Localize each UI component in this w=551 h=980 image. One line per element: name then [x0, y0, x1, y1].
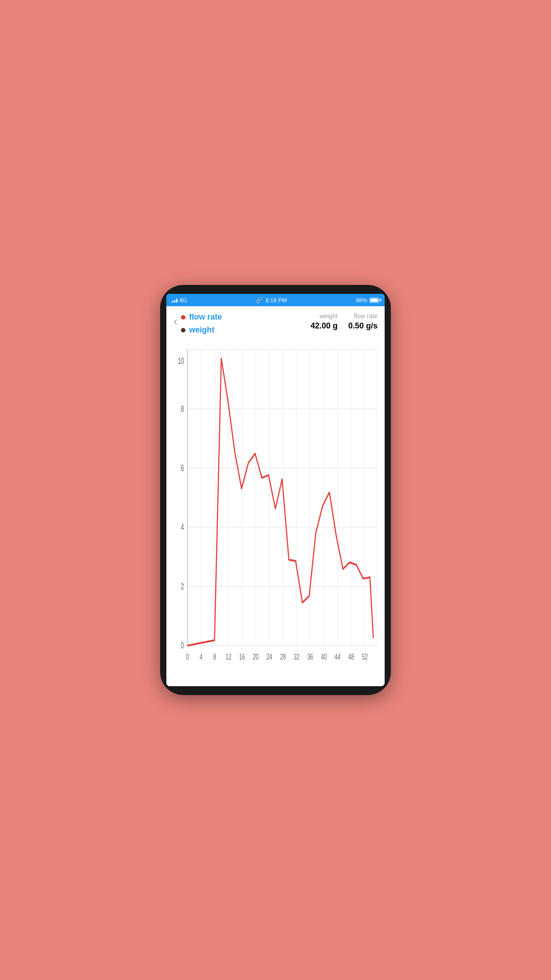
weight-dot [181, 328, 185, 332]
weight-value: 42.00 g [307, 321, 338, 331]
signal-bar-3 [176, 299, 177, 303]
stats-headers: weight flow rate [307, 312, 378, 320]
svg-text:4: 4 [181, 522, 184, 532]
svg-text:16: 16 [239, 652, 245, 661]
wifi-icon: 🔗 [256, 297, 263, 304]
svg-text:8: 8 [213, 652, 216, 661]
legend-and-stats: ‹ flow rate weight [173, 312, 378, 335]
svg-text:6: 6 [181, 462, 184, 473]
status-bar: 4G 🔗 8:18 PM 98% [166, 294, 385, 306]
svg-text:28: 28 [280, 652, 286, 661]
battery-icon [370, 298, 379, 303]
stats-values: 42.00 g 0.50 g/s [307, 321, 378, 331]
status-center: 🔗 8:18 PM [256, 297, 287, 304]
svg-text:40: 40 [321, 652, 327, 661]
svg-text:32: 32 [294, 652, 299, 661]
chart-svg: 0 2 4 6 8 10 0 4 8 12 16 20 24 28 32 [170, 343, 381, 681]
svg-text:36: 36 [307, 652, 313, 661]
network-type: 4G [179, 297, 187, 304]
battery-fill [370, 299, 378, 302]
weight-label: weight [189, 325, 214, 335]
legend-item-weight: weight [181, 325, 307, 335]
header-area: ‹ flow rate weight [166, 306, 385, 338]
legend-item-flowrate: flow rate [181, 312, 307, 322]
svg-text:12: 12 [225, 652, 231, 661]
svg-text:4: 4 [200, 652, 203, 661]
svg-text:24: 24 [266, 652, 272, 661]
stats-section: weight flow rate 42.00 g 0.50 g/s [307, 312, 378, 331]
svg-text:20: 20 [253, 652, 259, 661]
svg-text:44: 44 [335, 652, 340, 661]
signal-bars-icon [172, 297, 177, 303]
flow-rate-label: flow rate [189, 312, 222, 322]
flowrate-header: flow rate [346, 312, 378, 320]
svg-text:0: 0 [186, 652, 189, 661]
status-time: 8:18 PM [265, 297, 287, 304]
chart-container: 0 2 4 6 8 10 0 4 8 12 16 20 24 28 32 [166, 338, 385, 686]
status-right: 98% [356, 297, 379, 304]
svg-text:10: 10 [177, 355, 184, 366]
status-left: 4G [172, 297, 187, 304]
back-button[interactable]: ‹ [173, 315, 177, 328]
flow-rate-dot [181, 315, 185, 320]
svg-text:52: 52 [362, 652, 368, 661]
svg-text:48: 48 [348, 652, 354, 661]
battery-percent: 98% [356, 297, 367, 304]
signal-bar-2 [174, 300, 175, 303]
svg-text:2: 2 [181, 581, 184, 591]
phone-screen: 4G 🔗 8:18 PM 98% ‹ [166, 294, 385, 686]
svg-text:0: 0 [181, 640, 184, 651]
phone-device: 4G 🔗 8:18 PM 98% ‹ [160, 285, 391, 695]
legend-section: flow rate weight [181, 312, 307, 335]
signal-bar-1 [172, 301, 173, 303]
svg-text:8: 8 [181, 403, 184, 414]
back-button-container[interactable]: ‹ [173, 312, 177, 328]
app-content: ‹ flow rate weight [166, 306, 385, 686]
weight-header: weight [307, 312, 338, 320]
flowrate-value: 0.50 g/s [346, 321, 378, 331]
